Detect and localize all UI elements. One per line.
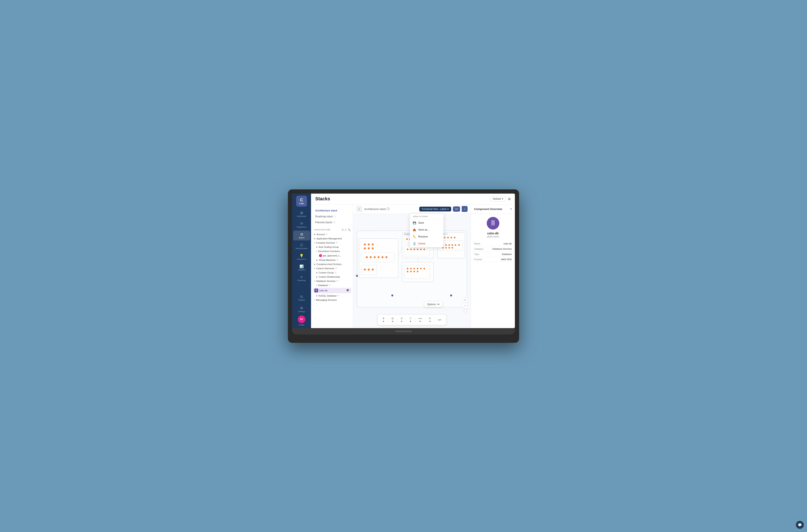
view-selector-button[interactable]: Functional View - Latest ▾ xyxy=(419,207,451,211)
context-menu-rename[interactable]: ✏️ Rename xyxy=(410,233,443,240)
sidebar-item-support[interactable]: ◎ Support xyxy=(293,293,310,303)
filter-tool-button[interactable]: ▽ ▾ xyxy=(407,316,414,324)
tree-item-get-approved[interactable]: λ get_approved_c... xyxy=(311,253,353,258)
tree-item-autoscaling[interactable]: ▶ Auto Scaling Group xyxy=(311,245,353,249)
code-tool-button[interactable]: </> xyxy=(436,318,443,322)
svg-point-35 xyxy=(410,248,412,250)
content-body: Architecture stack Roadmap stack ⓘ Plann… xyxy=(311,205,515,328)
add-stack-button[interactable]: ⊕ xyxy=(508,197,511,201)
nav-right-button[interactable]: » xyxy=(462,206,467,212)
tree-item-account[interactable]: ▶ Account 👁 xyxy=(311,232,353,236)
sidebar-item-settings[interactable]: ⚙ Settings xyxy=(293,304,310,314)
visibility-icon[interactable]: 👁 xyxy=(334,271,337,274)
architecture-stack-label: Architecture stack xyxy=(315,209,337,212)
tree-item-custom-relationship[interactable]: ▶ Custom Relationship xyxy=(311,275,353,279)
sidebar-item-dashboard[interactable]: ⊞ Dashboard xyxy=(293,209,310,219)
prop-label-name: Name xyxy=(474,242,480,245)
tree-item-label: Containers And Orchest... xyxy=(316,263,343,265)
context-menu-delete[interactable]: 🗑️ Delete xyxy=(410,240,443,247)
planned-stacks-nav[interactable]: Planned stacks ⓘ xyxy=(311,220,353,225)
tree-item-vm[interactable]: ▶ Virtual Machines 👁 xyxy=(311,258,353,262)
tree-item-compute[interactable]: ▾ Compute Services 👁 xyxy=(311,241,353,245)
rotate-tool-button[interactable]: ↺ ▾ xyxy=(398,316,405,324)
logo[interactable]: C Catio xyxy=(296,196,307,207)
grid-icon[interactable]: ⊡ xyxy=(345,228,347,231)
profile-avatar[interactable]: GC xyxy=(298,316,305,323)
svg-point-4 xyxy=(368,243,370,245)
zoom-in-button[interactable]: + xyxy=(463,298,467,302)
options-bubble[interactable]: Options ••• xyxy=(424,302,442,307)
svg-point-5 xyxy=(372,243,374,245)
canvas-bottom-toolbar: ✛ ▾ ⊡ ▾ ↺ ▾ ▽ ▾ ⟺ ▾ ↻ ▾ </ xyxy=(378,315,446,325)
visibility-icon[interactable]: 👁 xyxy=(338,294,340,297)
tree-item-database-services[interactable]: ▾ Database Services 👁 xyxy=(311,279,353,283)
nav-left-button[interactable]: « xyxy=(356,206,362,212)
right-panel-collapse-button[interactable]: ▾ xyxy=(510,207,512,211)
zoom-out-button[interactable]: − xyxy=(463,303,467,308)
visibility-icon[interactable]: 👁 xyxy=(329,284,331,286)
tree-item-custom-elements[interactable]: ▾ Custom Elements 👁 xyxy=(311,266,353,270)
tree-item-label: Database xyxy=(318,284,328,286)
sidebar-item-analytics[interactable]: 📊 Analytics xyxy=(293,263,310,273)
sidebar-item-stacks[interactable]: ⊟ Stacks xyxy=(293,231,310,241)
visibility-icon[interactable]: 👁 xyxy=(346,289,349,292)
zoom-controls: + − ⛶ xyxy=(463,298,467,314)
architecture-section: ARCHITECTURE ⊞ ⊡ 🔍 ▶ Account 👁 xyxy=(311,225,353,304)
tree-item-database[interactable]: ▾ Database 👁 xyxy=(311,283,353,287)
fullscreen-button[interactable]: ⛶ xyxy=(463,308,467,314)
tree-item-serverless[interactable]: ▾ Serverless Functions xyxy=(311,249,353,253)
search-icon[interactable]: 🔍 xyxy=(348,228,351,231)
page-title: Stacks xyxy=(315,196,330,202)
default-button[interactable]: Default ▾ xyxy=(490,196,506,202)
save-as-icon: 📤 xyxy=(413,228,416,231)
tree-item-app-management[interactable]: ▶ Application Management xyxy=(311,236,353,241)
sidebar-item-recomms[interactable]: 💡 Recomm-s xyxy=(293,252,310,262)
tool-separator xyxy=(425,318,426,322)
sidebar-item-integrations[interactable]: ⟳ Integrations xyxy=(293,220,310,230)
visibility-icon[interactable]: 👁 xyxy=(336,280,338,282)
move-tool-button[interactable]: ✛ ▾ xyxy=(380,316,386,324)
laptop-notch xyxy=(395,331,412,332)
svg-point-44 xyxy=(450,237,452,238)
refresh-tool-button[interactable]: ↻ ▾ xyxy=(427,316,433,324)
context-menu-save-as[interactable]: 📤 Save as... xyxy=(410,226,443,233)
layout-icon[interactable]: ⊞ xyxy=(342,228,344,231)
architecture-stack-nav[interactable]: Architecture stack xyxy=(311,208,353,213)
component-name: catio-db xyxy=(474,232,512,235)
info-icon: ⓘ xyxy=(333,221,335,224)
tree-item-nosql[interactable]: ▶ NoSQL Database 👁 xyxy=(311,293,353,298)
tree-item-messaging[interactable]: ▾ Messaging Services xyxy=(311,298,353,302)
sidebar-item-label: Support xyxy=(298,299,305,301)
main-content: Stacks Default ▾ ⊕ Architecture stack xyxy=(311,194,515,328)
visibility-icon[interactable]: 👁 xyxy=(335,267,337,269)
visibility-icon[interactable]: 👁 xyxy=(336,242,338,244)
svg-point-15 xyxy=(385,256,387,258)
visibility-icon[interactable]: 👁 xyxy=(337,259,339,261)
tree-item-containers[interactable]: ▶ Containers And Orchest... xyxy=(311,262,353,266)
select-tool-button[interactable]: ⊡ ▾ xyxy=(389,316,396,324)
sidebar-item-label: Recomm-s xyxy=(297,258,306,260)
roadmap-icon: ≡ xyxy=(301,275,303,279)
chevron-right-icon: ▶ xyxy=(316,259,318,261)
svg-point-37 xyxy=(417,248,418,250)
svg-point-8 xyxy=(372,247,374,249)
more-actions-button[interactable]: ••• xyxy=(453,206,460,212)
svg-point-12 xyxy=(374,256,376,258)
roadmap-stack-nav[interactable]: Roadmap stack ⓘ xyxy=(311,213,353,220)
tree-item-label: get_approved_c... xyxy=(323,254,341,257)
svg-point-53 xyxy=(442,247,444,248)
function-icon: λ xyxy=(319,254,322,257)
tree-item-custom-group[interactable]: ▶ Custom Group 👁 xyxy=(311,270,353,275)
view-selector-label: Functional View - Latest xyxy=(422,208,446,210)
svg-point-49 xyxy=(448,244,450,246)
tree-item-catio-db[interactable]: 🗄 catio-db 👁 xyxy=(313,288,351,293)
sidebar-item-requirements[interactable]: ☑ Requirements xyxy=(293,241,310,251)
canvas-toolbar: « Architecture stack ⓘ Functional View -… xyxy=(353,205,471,214)
sidebar-item-roadmap[interactable]: ≡ Roadmap xyxy=(293,273,310,283)
arch-header-icons: ⊞ ⊡ 🔍 xyxy=(342,228,351,231)
chevron-right-icon: ▶ xyxy=(316,295,318,297)
visibility-icon[interactable]: 👁 xyxy=(326,233,328,235)
layout-tool-button[interactable]: ⟺ ▾ xyxy=(416,316,424,324)
chevron-down-icon: ▾ xyxy=(314,280,315,282)
context-menu-save[interactable]: 💾 Save xyxy=(410,220,443,226)
